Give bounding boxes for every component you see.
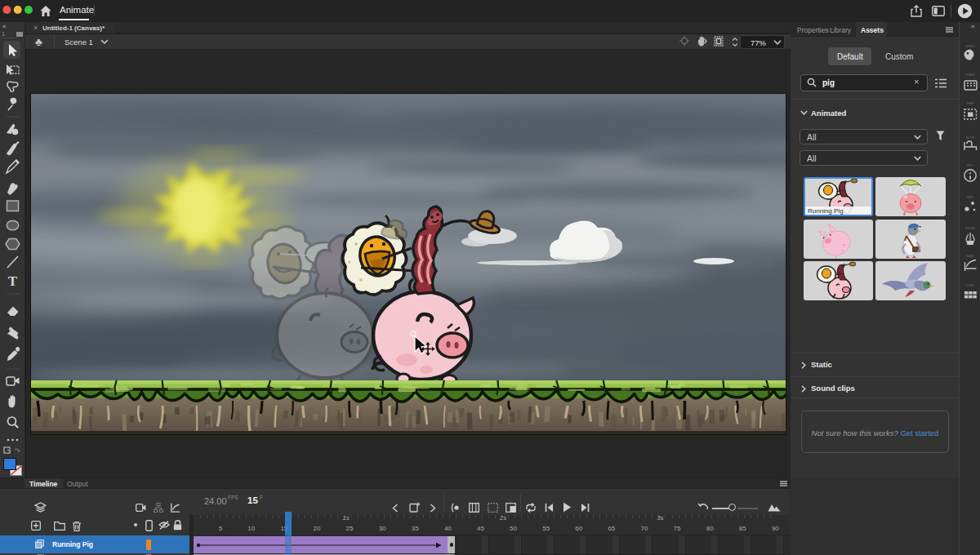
svg-text:ASSET: ASSET bbox=[965, 45, 974, 48]
svg-text:BRUSH: BRUSH bbox=[965, 227, 975, 230]
svg-text:EASE: EASE bbox=[966, 255, 974, 258]
svg-text:FRAME: FRAME bbox=[965, 73, 976, 77]
svg-text:INFO: INFO bbox=[967, 164, 973, 167]
svg-text:COMP: COMP bbox=[966, 284, 975, 287]
svg-text:PART: PART bbox=[967, 196, 974, 199]
svg-text:SNAP: SNAP bbox=[966, 102, 974, 105]
svg-text:T: T bbox=[8, 273, 18, 289]
svg-text:ALIGN: ALIGN bbox=[966, 136, 975, 140]
